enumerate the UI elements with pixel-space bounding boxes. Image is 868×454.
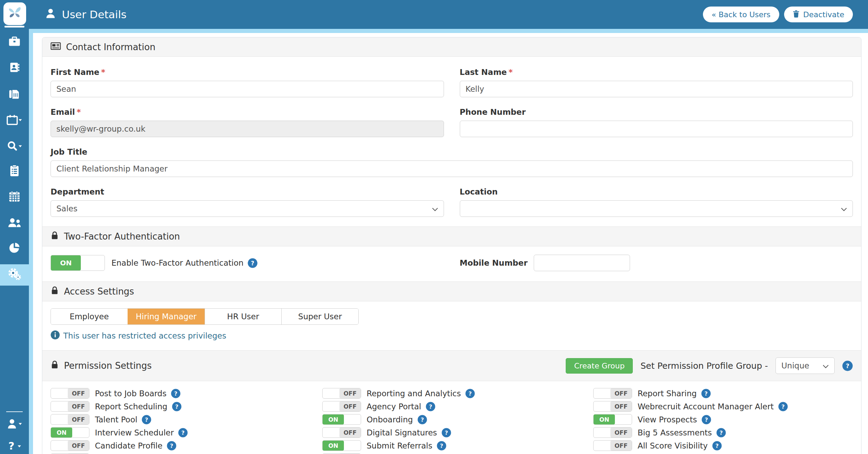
permission-label: Webrecruit Account Manager Alert <box>638 402 774 411</box>
sidebar-item-jobs[interactable] <box>0 31 29 53</box>
lock-icon <box>51 360 59 372</box>
required-asterisk: * <box>77 108 81 117</box>
calendar-grid-icon <box>8 191 21 204</box>
create-group-button[interactable]: Create Group <box>566 358 633 374</box>
sidebar-item-reports[interactable] <box>0 238 29 259</box>
permission-label: Reporting and Analytics <box>367 389 461 398</box>
permission-row: OFF Digital Signatures ? <box>322 427 593 438</box>
back-to-users-button[interactable]: « Back to Users <box>703 7 779 22</box>
permission-toggle[interactable]: ON <box>322 414 361 425</box>
help-icon[interactable]: ? <box>701 389 711 398</box>
permission-toggle[interactable]: OFF <box>322 427 361 438</box>
job-title-input[interactable] <box>51 160 853 177</box>
sidebar-item-fax[interactable] <box>0 84 29 105</box>
permission-settings-controls: Create Group Set Permission Profile Grou… <box>566 357 853 374</box>
contact-form: First Name* Last Name* Email* Phone Numb… <box>42 57 861 226</box>
permission-toggle[interactable]: OFF <box>51 401 89 412</box>
sidebar-nav: ? <box>0 29 29 454</box>
address-book-icon <box>9 62 20 75</box>
top-bar: User Details « Back to Users Deactivate <box>0 0 868 29</box>
deactivate-button[interactable]: Deactivate <box>784 7 853 22</box>
help-icon[interactable]: ? <box>712 441 722 451</box>
access-role-super-user[interactable]: Super User <box>281 309 358 324</box>
help-icon[interactable]: ? <box>842 361 853 371</box>
mobile-number-input[interactable] <box>534 255 630 271</box>
permission-toggle[interactable]: OFF <box>51 440 89 451</box>
permission-label: Submit Referrals <box>367 441 432 450</box>
svg-text:?: ? <box>445 429 448 436</box>
sidebar-item-tasks[interactable] <box>0 161 29 182</box>
job-title-field: Job Title <box>51 147 853 177</box>
access-role-hiring-manager[interactable]: Hiring Manager <box>128 309 205 324</box>
department-label: Department <box>51 187 444 197</box>
sidebar-item-contacts[interactable] <box>0 57 29 79</box>
lock-icon <box>51 231 59 242</box>
location-field: Location <box>460 187 853 217</box>
first-name-input[interactable] <box>51 81 444 97</box>
permission-toggle[interactable]: ON <box>593 414 632 425</box>
sidebar-item-help[interactable]: ? <box>0 436 29 454</box>
mobile-number-row: Mobile Number <box>460 255 853 271</box>
sidebar-item-users[interactable] <box>0 212 29 234</box>
svg-text:?: ? <box>251 259 254 266</box>
help-icon[interactable]: ? <box>442 428 451 438</box>
permission-settings-title-group: Permission Settings <box>51 360 152 372</box>
help-icon[interactable]: ? <box>171 389 181 398</box>
permission-toggle[interactable]: OFF <box>593 427 632 438</box>
permission-row: ON Submit Referrals ? <box>322 440 593 451</box>
permission-toggle[interactable]: OFF <box>322 401 361 412</box>
help-icon[interactable]: ? <box>426 402 435 411</box>
permission-toggle[interactable]: ON <box>51 427 89 438</box>
sidebar-item-account[interactable] <box>0 414 29 435</box>
permission-toggle[interactable]: OFF <box>51 388 89 399</box>
restricted-access-notice: This user has restricted access privileg… <box>51 330 853 341</box>
svg-text:?: ? <box>846 362 849 369</box>
help-icon[interactable]: ? <box>172 402 182 411</box>
help-icon[interactable]: ? <box>167 441 176 451</box>
permission-toggle[interactable]: OFF <box>593 401 632 412</box>
chevron-down-icon <box>432 204 438 213</box>
last-name-input[interactable] <box>460 81 853 97</box>
access-role-employee[interactable]: Employee <box>51 309 128 324</box>
permission-toggle[interactable]: OFF <box>51 414 89 425</box>
profile-group-select[interactable]: Unique <box>775 357 835 374</box>
contact-information-section-header: Contact Information <box>42 37 861 57</box>
email-label: Email* <box>51 107 444 118</box>
permission-toggle[interactable]: OFF <box>593 388 632 399</box>
help-icon[interactable]: ? <box>248 258 258 268</box>
permission-toggle[interactable]: OFF <box>322 388 361 399</box>
sidebar-item-search-menu[interactable] <box>0 136 29 157</box>
sidebar-item-settings[interactable] <box>0 264 29 286</box>
permission-row: OFF Post to Job Boards ? <box>51 388 322 399</box>
permission-row: ON Interview Scheduler ? <box>51 427 322 438</box>
first-name-field: First Name* <box>51 67 444 97</box>
app-logo[interactable] <box>3 2 26 25</box>
help-icon[interactable]: ? <box>437 441 446 451</box>
permission-column-2: OFF Reporting and Analytics ? OFF Agency… <box>322 388 593 454</box>
help-icon[interactable]: ? <box>778 402 788 411</box>
department-select[interactable]: Sales <box>51 200 444 217</box>
permission-toggle[interactable]: ON <box>322 440 361 451</box>
help-icon[interactable]: ? <box>716 428 726 438</box>
phone-field: Phone Number <box>460 107 853 137</box>
permission-toggle[interactable]: OFF <box>593 440 632 451</box>
permission-label: Agency Portal <box>367 402 421 411</box>
help-icon[interactable]: ? <box>702 415 711 424</box>
two-factor-toggle[interactable]: ON <box>51 255 105 271</box>
permission-settings-section-title: Permission Settings <box>64 361 152 371</box>
sidebar-item-calendar-menu[interactable] <box>0 110 29 131</box>
help-icon[interactable]: ? <box>142 415 151 424</box>
fax-icon <box>8 88 21 101</box>
logo-underline <box>4 26 24 27</box>
help-icon[interactable]: ? <box>465 389 475 398</box>
location-select[interactable] <box>460 200 853 217</box>
sidebar-item-schedule[interactable] <box>0 187 29 208</box>
required-asterisk: * <box>509 68 513 77</box>
svg-text:?: ? <box>8 440 14 452</box>
two-factor-section-header: Two-Factor Authentication <box>42 226 861 246</box>
access-role-hr-user[interactable]: HR User <box>205 309 282 324</box>
help-icon[interactable]: ? <box>417 415 427 424</box>
phone-input[interactable] <box>460 121 853 137</box>
help-icon[interactable]: ? <box>178 428 188 438</box>
svg-text:?: ? <box>715 442 719 449</box>
